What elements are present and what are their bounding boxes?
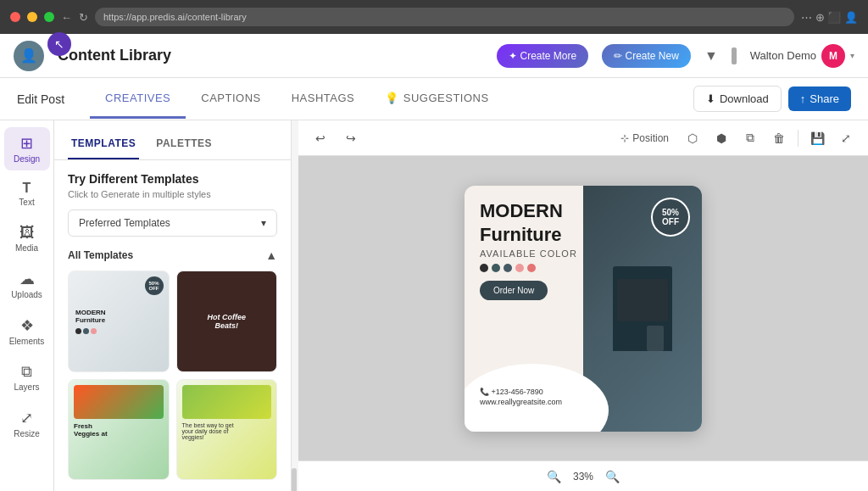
ad-available-label: AVAILABLE COLOR bbox=[480, 248, 687, 259]
download-button[interactable]: ⬇ Download bbox=[693, 86, 782, 112]
design-icon: ⊞ bbox=[20, 134, 33, 153]
template-thumb-salad[interactable]: The best way to getyour daily dose ofveg… bbox=[176, 379, 278, 481]
share-button[interactable]: ↑ Share bbox=[788, 86, 851, 111]
create-more-button[interactable]: ✦ Create More bbox=[497, 44, 588, 68]
sidebar-item-design[interactable]: ⊞ Design bbox=[4, 127, 50, 170]
sidebar-item-elements[interactable]: ❖ Elements bbox=[4, 310, 50, 353]
save-icon[interactable]: 💾 bbox=[805, 126, 829, 150]
browser-maximize-btn[interactable] bbox=[44, 12, 54, 22]
template-thumb-coffee[interactable]: Hot CoffeeBeats! bbox=[176, 271, 278, 372]
tabs-container: CREATIVES CAPTIONS HASHTAGS 💡 SUGGESTION… bbox=[90, 80, 693, 119]
tab-creatives[interactable]: CREATIVES bbox=[90, 80, 186, 119]
canvas-bottom-bar: 🔍 33% 🔍 bbox=[298, 460, 868, 491]
ad-phone: 📞 +123-456-7890 bbox=[480, 388, 562, 396]
app-wrapper: 👤 Content Library ✦ Create More ✏ Create… bbox=[0, 34, 868, 491]
ad-discount-badge: 50% OFF bbox=[651, 198, 690, 237]
media-icon: 🖼 bbox=[19, 224, 35, 242]
color-swatch-1 bbox=[480, 264, 488, 272]
template-tab-templates[interactable]: TEMPLATES bbox=[68, 131, 139, 159]
layer-bg-icon[interactable]: ⬡ bbox=[681, 126, 704, 150]
all-templates-collapse-icon[interactable]: ▲ bbox=[265, 248, 277, 262]
canvas-toolbar: ↩ ↪ ↖ ⊹ Position ⬡ ⬢ ⧉ 🗑 bbox=[298, 120, 868, 156]
user-info: Walton Demo M ▾ bbox=[750, 44, 854, 68]
browser-close-btn[interactable] bbox=[10, 12, 20, 22]
position-icon: ⊹ bbox=[620, 132, 629, 144]
download-icon: ⬇ bbox=[706, 92, 715, 105]
toolbar-divider bbox=[798, 130, 798, 147]
url-text: https://app.predis.ai/content-library bbox=[103, 12, 247, 22]
try-templates-heading: Try Different Templates bbox=[68, 172, 277, 186]
color-swatch-2 bbox=[492, 264, 500, 272]
try-templates-subheading: Click to Generate in multiple styles bbox=[68, 189, 277, 199]
scroll-thumb bbox=[292, 468, 297, 491]
redo-button[interactable]: ↪ bbox=[339, 126, 363, 150]
template-thumb-veggies[interactable]: FreshVeggies at bbox=[68, 379, 170, 481]
zoom-out-icon: 🔍 bbox=[547, 470, 561, 483]
text-icon: T bbox=[23, 181, 31, 196]
zoom-out-button[interactable]: 🔍 bbox=[544, 466, 565, 487]
ad-website: www.reallygreatsite.com bbox=[480, 398, 562, 406]
all-templates-label: All Templates bbox=[68, 249, 133, 261]
main-content: ⊞ Design T Text 🖼 Media ☁ Uploads ❖ Elem… bbox=[0, 120, 868, 491]
color-swatch-5 bbox=[527, 264, 536, 272]
browser-minimize-btn[interactable] bbox=[27, 12, 37, 22]
sidebar-item-layers[interactable]: ⧉ Layers bbox=[4, 356, 50, 399]
zoom-in-button[interactable]: 🔍 bbox=[602, 466, 622, 487]
undo-icon: ↩ bbox=[315, 131, 326, 145]
dropdown-chevron-icon: ▾ bbox=[261, 217, 266, 229]
layers-icon: ⧉ bbox=[21, 363, 32, 381]
layer-front-icon[interactable]: ⬢ bbox=[709, 126, 733, 150]
fullscreen-icon[interactable]: ⤢ bbox=[834, 126, 858, 150]
app-avatar: 👤 bbox=[14, 41, 44, 71]
user-chevron-icon[interactable]: ▾ bbox=[850, 51, 854, 60]
sidebar-item-text[interactable]: T Text bbox=[4, 174, 50, 214]
preferred-templates-dropdown[interactable]: Preferred Templates ▾ bbox=[68, 209, 277, 237]
ad-color-swatches bbox=[480, 264, 687, 272]
resize-icon: ⤢ bbox=[20, 409, 33, 427]
template-tab-palettes[interactable]: PALETTES bbox=[153, 131, 215, 159]
sidebar-item-media[interactable]: 🖼 Media bbox=[4, 217, 50, 259]
template-thumb-furniture[interactable]: MODERNFurniture 50%OFF bbox=[68, 271, 170, 372]
ad-order-button[interactable]: Order Now bbox=[480, 281, 548, 300]
browser-right-icons: ⋯ ⊕ ⬛ 👤 bbox=[801, 11, 858, 24]
tab-suggestions[interactable]: 💡 SUGGESTIONS bbox=[370, 80, 504, 119]
canvas-area: ↩ ↪ ↖ ⊹ Position ⬡ ⬢ ⧉ 🗑 bbox=[298, 120, 868, 491]
zoom-level: 33% bbox=[573, 471, 593, 483]
tab-hashtags[interactable]: HASHTAGS bbox=[276, 80, 370, 119]
toolbar-right: ⊹ Position ⬡ ⬢ ⧉ 🗑 💾 ⤢ bbox=[614, 126, 858, 150]
lightbulb-icon: 💡 bbox=[385, 92, 399, 104]
ad-design: 50% OFF MODERN Furniture AVAILABLE COLOR bbox=[465, 186, 702, 432]
duplicate-icon[interactable]: ⧉ bbox=[738, 126, 762, 150]
share-icon: ↑ bbox=[800, 92, 806, 105]
panel-scrollbar[interactable] bbox=[292, 120, 298, 491]
sidebar-item-resize[interactable]: ⤢ Resize bbox=[4, 402, 50, 445]
edit-post-bar: Edit Post CREATIVES CAPTIONS HASHTAGS 💡 … bbox=[0, 78, 868, 120]
undo-button[interactable]: ↩ bbox=[309, 126, 332, 150]
template-panel-tabs: TEMPLATES PALETTES bbox=[54, 120, 291, 160]
delete-icon[interactable]: 🗑 bbox=[767, 126, 791, 150]
tab-captions[interactable]: CAPTIONS bbox=[186, 80, 275, 119]
user-initial: M bbox=[829, 50, 837, 62]
edit-post-title: Edit Post bbox=[17, 92, 64, 106]
canvas-viewport[interactable]: 50% OFF MODERN Furniture AVAILABLE COLOR bbox=[298, 156, 868, 460]
ad-contact: 📞 +123-456-7890 www.reallygreatsite.com bbox=[480, 388, 562, 406]
redo-icon: ↪ bbox=[346, 131, 356, 145]
browser-back-icon[interactable]: ← bbox=[61, 11, 72, 24]
sidebar-item-uploads[interactable]: ☁ Uploads bbox=[4, 263, 50, 306]
create-new-button[interactable]: ✏ Create New bbox=[602, 44, 691, 68]
address-bar[interactable]: https://app.predis.ai/content-library bbox=[95, 8, 794, 26]
template-body: Try Different Templates Click to Generat… bbox=[54, 160, 291, 491]
filter-icon[interactable]: ▼ bbox=[704, 48, 718, 64]
template-grid: MODERNFurniture 50%OFF Hot CoffeeBeats! bbox=[68, 271, 277, 480]
all-templates-header: All Templates ▲ bbox=[68, 248, 277, 262]
side-icons-panel: ⊞ Design T Text 🖼 Media ☁ Uploads ❖ Elem… bbox=[0, 120, 54, 491]
browser-refresh-icon[interactable]: ↻ bbox=[79, 11, 88, 24]
divider bbox=[732, 47, 737, 64]
user-avatar: M bbox=[821, 44, 845, 68]
color-swatch-3 bbox=[504, 264, 512, 272]
uploads-icon: ☁ bbox=[19, 270, 35, 288]
top-nav: 👤 Content Library ✦ Create More ✏ Create… bbox=[0, 34, 868, 78]
badge-percent: 50% bbox=[662, 208, 679, 217]
badge-off: OFF bbox=[662, 217, 679, 226]
position-button[interactable]: ⊹ Position bbox=[614, 129, 676, 148]
